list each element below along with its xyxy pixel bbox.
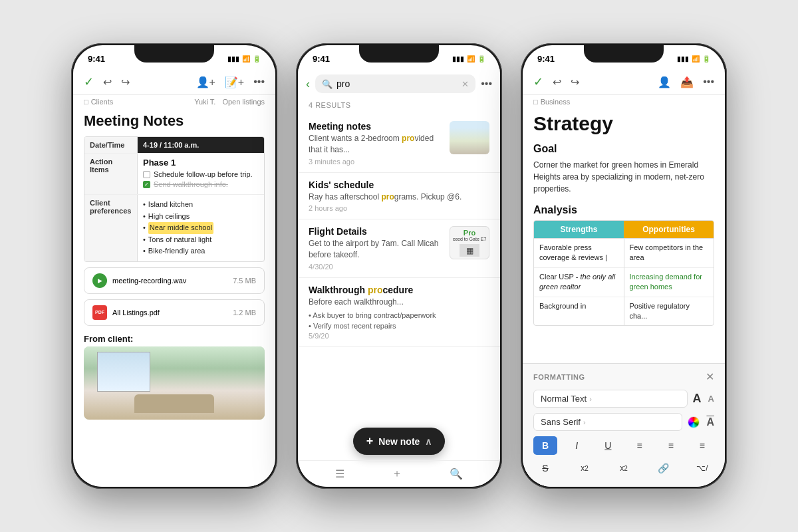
p3-page-title: Strategy bbox=[523, 110, 725, 140]
checkbox-2[interactable]: ✓ bbox=[143, 181, 150, 188]
status-icons-1: ▮▮▮ 📶 🔋 bbox=[227, 55, 261, 63]
bullet-dot: • bbox=[143, 234, 146, 246]
p3-share-icon[interactable]: 📤 bbox=[680, 76, 694, 88]
action-item-2-text: Send walkthrough info. bbox=[154, 180, 228, 188]
style2-chevron: › bbox=[583, 418, 586, 426]
from-client-label: From client: bbox=[73, 329, 275, 346]
nav-plus-icon[interactable]: ＋ bbox=[392, 467, 402, 481]
snippet-2-highlight: pro bbox=[381, 192, 394, 201]
breadcrumb-label[interactable]: Clients bbox=[91, 98, 114, 106]
strength-2-pre: Clear USP - bbox=[539, 273, 581, 281]
result-item-2[interactable]: Kids' schedule Ray has afterschool progr… bbox=[298, 173, 500, 220]
result-item-1[interactable]: Meeting notes Client wants a 2-bedroom p… bbox=[298, 114, 500, 173]
redo-icon[interactable]: ↪ bbox=[121, 76, 130, 88]
p3-breadcrumb-label[interactable]: Business bbox=[541, 98, 571, 106]
checkbox-1[interactable] bbox=[143, 171, 150, 178]
p3-toolbar: ✓ ↩ ↪ 👤 📤 ••• bbox=[523, 69, 725, 95]
attachment-2[interactable]: PDF All Listings.pdf 1.2 MB bbox=[84, 299, 265, 326]
text-color-icon[interactable]: A bbox=[706, 416, 714, 428]
snippet-1-pre: Client wants a 2-bedroom bbox=[309, 134, 402, 143]
superscript-button[interactable]: x2 bbox=[573, 459, 597, 477]
new-note-plus-icon: + bbox=[366, 434, 374, 448]
align-right-button[interactable]: ≡ bbox=[690, 436, 714, 455]
undo-icon[interactable]: ↩ bbox=[103, 76, 112, 88]
nav-menu-icon[interactable]: ☰ bbox=[335, 467, 344, 480]
p3-more-icon[interactable]: ••• bbox=[703, 76, 714, 88]
check-icon[interactable]: ✓ bbox=[84, 74, 94, 89]
scene: 9:41 ▮▮▮ 📶 🔋 ✓ ↩ ↪ 👤+ 📝 bbox=[0, 0, 798, 532]
swot-opportunities-header: Opportunities bbox=[624, 221, 714, 238]
screen-3-content: ✓ ↩ ↪ 👤 📤 ••• □ Business Strateg bbox=[523, 69, 725, 487]
strikethrough-button[interactable]: S bbox=[533, 459, 557, 477]
room-window bbox=[97, 352, 150, 392]
result-item-4[interactable]: Walkthrough procedure Before each walkth… bbox=[298, 278, 500, 347]
p3-swot-body: Favorable press coverage & reviews | Cle… bbox=[534, 238, 714, 325]
breadcrumb-listings[interactable]: Open listings bbox=[222, 98, 265, 106]
result-2-text: Kids' schedule Ray has afterschool progr… bbox=[309, 180, 489, 213]
wifi-icon-2: 📶 bbox=[467, 55, 475, 63]
attachment-2-name: All Listings.pdf bbox=[112, 309, 160, 317]
breadcrumb-person[interactable]: Yuki T. bbox=[194, 98, 215, 106]
strength-1: Favorable press coverage & reviews | bbox=[534, 239, 624, 268]
nav-search-icon[interactable]: 🔍 bbox=[450, 467, 463, 480]
fmt-row-1: Normal Text › A A bbox=[533, 390, 714, 408]
color-picker-icon[interactable] bbox=[688, 416, 700, 428]
clear-search-icon[interactable]: ✕ bbox=[462, 79, 469, 89]
text-large-icon[interactable]: A bbox=[693, 392, 702, 406]
p3-redo-icon[interactable]: ↪ bbox=[571, 76, 579, 88]
search-input[interactable]: pro bbox=[336, 78, 458, 89]
ticket-pro-text: Pro bbox=[464, 229, 475, 237]
result-item-3[interactable]: Flight Details Get to the airport by 7am… bbox=[298, 219, 500, 278]
ticket-qr: ▦ bbox=[460, 244, 479, 257]
search-more-icon[interactable]: ••• bbox=[481, 78, 492, 90]
fmt-row-4: S x2 x2 🔗 ⌥/ bbox=[533, 459, 714, 477]
search-box[interactable]: 🔍 pro ✕ bbox=[315, 74, 475, 93]
result-3-time: 4/30/20 bbox=[309, 263, 443, 271]
table-cell-prefs-label: Client preferences bbox=[84, 195, 138, 261]
code-button[interactable]: ⌥/ bbox=[690, 459, 714, 477]
new-note-button[interactable]: + New note ∧ bbox=[353, 428, 446, 455]
status-icons-2: ▮▮▮ 📶 🔋 bbox=[452, 55, 485, 63]
attachment-1[interactable]: ▶ meeting-recording.wav 7.5 MB bbox=[84, 267, 265, 294]
italic-button[interactable]: I bbox=[565, 436, 589, 455]
result-3-snippet: Get to the airport by 7am. Call Micah be… bbox=[309, 238, 443, 261]
fmt-text-size-icons: A A bbox=[693, 392, 714, 406]
p3-undo-icon[interactable]: ↩ bbox=[553, 76, 561, 88]
text-small-icon[interactable]: A bbox=[708, 394, 714, 404]
p3-swot-header: Strengths Opportunities bbox=[534, 221, 714, 238]
status-time-3: 9:41 bbox=[537, 54, 555, 64]
link-button[interactable]: 🔗 bbox=[651, 459, 675, 477]
battery-icon-2: 🔋 bbox=[477, 55, 485, 63]
attachment-2-left: PDF All Listings.pdf bbox=[92, 305, 160, 320]
formatting-panel: FORMATTING ✕ Normal Text › A A bbox=[523, 363, 725, 487]
bullet-dot: • bbox=[143, 222, 146, 234]
table-cell-prefs-value: •Island kitchen •High ceilings •Near mid… bbox=[138, 195, 264, 261]
align-center-button[interactable]: ≡ bbox=[659, 436, 683, 455]
subscript-button[interactable]: x2 bbox=[612, 459, 636, 477]
wifi-icon: 📶 bbox=[242, 55, 250, 63]
swot-opportunities-col: Few competitors in the area Increasing d… bbox=[624, 238, 714, 325]
r4-bullet-1: • Ask buyer to bring contract/paperwork bbox=[309, 310, 489, 321]
swot-strengths-header: Strengths bbox=[534, 221, 624, 238]
p3-toolbar-right: 👤 📤 ••• bbox=[658, 76, 714, 88]
result-1-snippet: Client wants a 2-bedroom provided that i… bbox=[309, 133, 443, 156]
pref-item-3: •Near middle school bbox=[143, 222, 259, 234]
p3-person-icon[interactable]: 👤 bbox=[658, 76, 671, 88]
underline-button[interactable]: U bbox=[596, 436, 620, 455]
back-icon[interactable]: ‹ bbox=[306, 77, 310, 91]
normal-text-button[interactable]: Normal Text › bbox=[533, 390, 688, 408]
add-person-icon[interactable]: 👤+ bbox=[196, 76, 215, 88]
align-left-button[interactable]: ≡ bbox=[628, 436, 652, 455]
bold-button[interactable]: B bbox=[533, 436, 557, 455]
add-note-icon[interactable]: 📝+ bbox=[225, 76, 244, 88]
fmt-header: FORMATTING ✕ bbox=[533, 370, 714, 383]
sans-serif-button[interactable]: Sans Serif › bbox=[533, 413, 682, 431]
p3-breadcrumb-icon: □ bbox=[533, 98, 538, 106]
p3-check-icon[interactable]: ✓ bbox=[533, 74, 543, 89]
strength-3: Background in bbox=[534, 297, 624, 315]
p3-goal-label: Goal bbox=[523, 140, 725, 158]
fmt-close-icon[interactable]: ✕ bbox=[706, 370, 714, 383]
pref-4-text: Tons of natural light bbox=[148, 234, 211, 246]
more-icon[interactable]: ••• bbox=[253, 76, 265, 88]
status-icons-3: ▮▮▮ 📶 🔋 bbox=[677, 55, 710, 63]
